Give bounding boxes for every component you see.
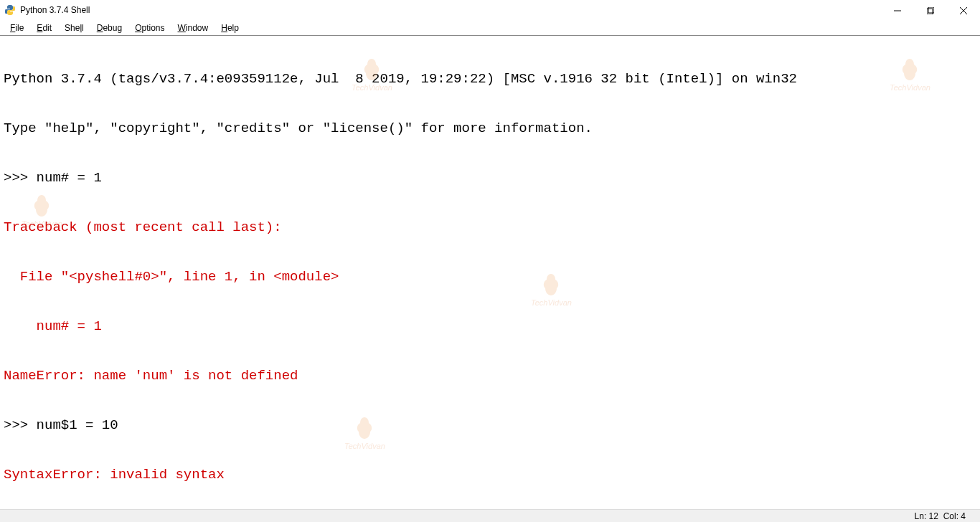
menu-edit[interactable]: Edit (31, 22, 57, 34)
menu-help[interactable]: Help (215, 22, 245, 34)
svg-rect-2 (928, 7, 934, 13)
editor-area[interactable]: TechVidvan TechVidvan TechVidvan TechVid… (0, 35, 980, 509)
minimize-button[interactable] (881, 0, 914, 21)
shell-input: num# = 1 (37, 170, 102, 186)
menu-shell[interactable]: Shell (59, 22, 90, 34)
window-controls (881, 0, 980, 21)
banner-line: Type "help", "copyright", "credits" or "… (4, 120, 976, 137)
banner-line: Python 3.7.4 (tags/v3.7.4:e09359112e, Ju… (4, 71, 976, 87)
shell-editor[interactable]: Python 3.7.4 (tags/v3.7.4:e09359112e, Ju… (0, 36, 980, 509)
error-line: SyntaxError: invalid syntax (4, 467, 976, 483)
status-bar: Ln: 12 Col: 4 (0, 509, 980, 522)
prompt: >>> (4, 170, 37, 186)
shell-input: num$1 = 10 (37, 417, 118, 433)
maximize-button[interactable] (914, 0, 947, 21)
svg-rect-1 (927, 9, 933, 14)
app-icon (4, 4, 16, 16)
status-line-col: Ln: 12 Col: 4 (915, 511, 966, 521)
traceback-line: Traceback (most recent call last): (4, 219, 976, 236)
error-line: NameError: name 'num' is not defined (4, 368, 976, 384)
traceback-line: File "<pyshell#0>", line 1, in <module> (4, 269, 976, 285)
menu-debug[interactable]: Debug (91, 22, 128, 34)
traceback-line: num# = 1 (4, 318, 976, 335)
shell-line[interactable]: >>> num$1 = 10 (4, 417, 976, 434)
title-bar: Python 3.7.4 Shell (0, 0, 980, 21)
prompt: >>> (4, 417, 37, 433)
menu-file[interactable]: File (4, 22, 29, 34)
menu-options[interactable]: Options (129, 22, 170, 34)
menu-bar: File Edit Shell Debug Options Window Hel… (0, 21, 980, 35)
menu-window[interactable]: Window (172, 22, 215, 34)
close-button[interactable] (947, 0, 980, 21)
window-title: Python 3.7.4 Shell (20, 5, 90, 15)
shell-line[interactable]: >>> num# = 1 (4, 170, 976, 186)
